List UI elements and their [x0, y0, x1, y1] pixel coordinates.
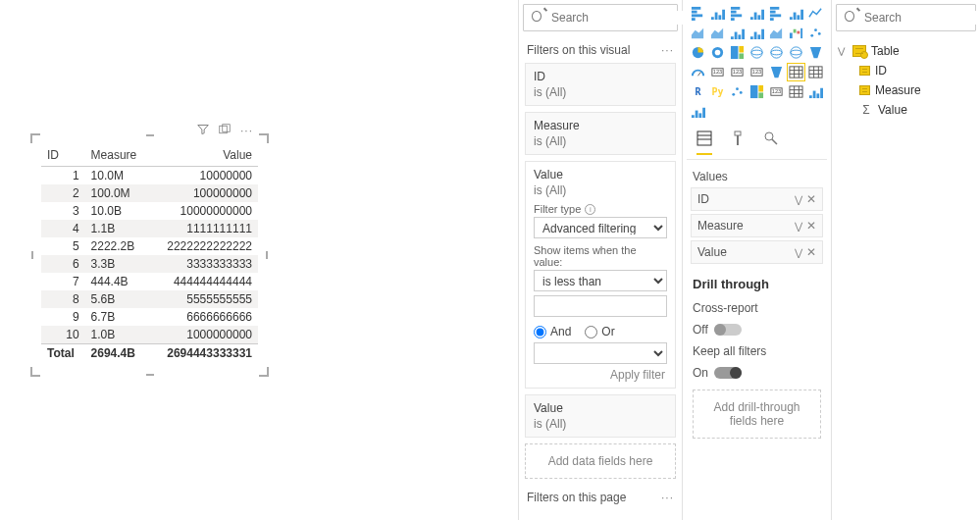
viz-donut[interactable] — [708, 43, 727, 62]
viz-shape-map[interactable] — [787, 43, 805, 62]
field-well-value[interactable]: Value⋁✕ — [691, 240, 823, 264]
filters-search-input[interactable] — [551, 11, 698, 25]
filters-section-more-icon[interactable]: ··· — [661, 43, 674, 57]
filter-card-value-expanded[interactable]: Value is (All) Filter typei Advanced fil… — [525, 161, 676, 389]
viz-line-clustered-column[interactable] — [748, 24, 766, 42]
svg-text:123: 123 — [713, 69, 722, 75]
focus-mode-icon[interactable] — [219, 124, 231, 138]
viz-clustered-column[interactable] — [748, 4, 766, 23]
table-row[interactable]: 63.3B3333333333 — [41, 255, 258, 273]
filter-type-select[interactable]: Advanced filtering — [534, 217, 667, 238]
field-id[interactable]: ID — [836, 61, 976, 80]
viz-stacked-column[interactable] — [708, 4, 727, 23]
viz-key-influencers[interactable] — [728, 82, 747, 101]
add-drill-fields-drop[interactable]: Add drill-through fields here — [693, 390, 821, 439]
svg-rect-35 — [761, 29, 764, 39]
svg-rect-88 — [809, 95, 812, 98]
viz-scatter[interactable] — [806, 24, 825, 42]
add-data-fields-drop[interactable]: Add data fields here — [525, 443, 676, 479]
filter-card-value-2[interactable]: Value is (All) — [525, 394, 676, 438]
viz-100-stacked-column[interactable] — [787, 4, 805, 23]
viz-import-visual[interactable] — [689, 102, 707, 121]
viz-kpi[interactable]: 123 — [748, 63, 766, 81]
svg-point-54 — [791, 47, 801, 58]
viz-line-stacked-column[interactable] — [728, 24, 747, 42]
fields-search[interactable] — [836, 4, 976, 31]
field-well-measure[interactable]: Measure⋁✕ — [691, 214, 823, 237]
report-canvas[interactable]: ··· ID Measure Value 110.0M100000002100.… — [0, 0, 510, 520]
table-row[interactable]: 101.0B1000000000 — [41, 326, 258, 344]
table-row[interactable]: 96.7B6666666666 — [41, 308, 258, 326]
viz-decomposition-tree[interactable] — [748, 82, 766, 101]
chevron-down-icon[interactable]: ⋁ — [795, 221, 802, 232]
filter-operator-select[interactable]: is less than — [534, 270, 667, 291]
viz-slicer[interactable] — [767, 63, 786, 81]
viz-pie[interactable] — [689, 43, 707, 62]
svg-rect-13 — [731, 18, 735, 21]
viz-waterfall[interactable] — [787, 24, 805, 42]
and-radio[interactable]: And — [534, 325, 571, 338]
viz-python-visual[interactable]: Py — [708, 82, 727, 101]
field-well-id[interactable]: ID⋁✕ — [691, 187, 823, 211]
svg-rect-92 — [692, 115, 695, 118]
or-radio[interactable]: Or — [585, 325, 614, 338]
filters-search[interactable] — [523, 4, 678, 31]
viz-clustered-bar[interactable] — [728, 4, 747, 23]
table-row[interactable]: 41.1B1111111111 — [41, 220, 258, 237]
viz-custom1[interactable] — [806, 82, 825, 101]
fields-search-input[interactable] — [864, 11, 980, 25]
viz-paginated[interactable] — [787, 82, 805, 101]
filter-card-measure[interactable]: Measure is (All) — [525, 112, 676, 155]
viz-multi-row-card[interactable]: 123 — [728, 63, 747, 81]
viz-table[interactable] — [787, 63, 805, 81]
chevron-down-icon[interactable]: ⋁ — [795, 247, 802, 258]
chevron-down-icon[interactable]: ⋁ — [795, 194, 802, 205]
analytics-tab-icon[interactable] — [763, 130, 779, 155]
viz-stacked-bar[interactable] — [689, 4, 707, 23]
col-header[interactable]: Measure — [85, 144, 150, 167]
viz-gauge[interactable] — [689, 63, 707, 81]
viz-card[interactable]: 123 — [708, 63, 727, 81]
table-visual-container[interactable]: ··· ID Measure Value 110.0M100000002100.… — [34, 137, 265, 373]
table-row[interactable]: 52222.2B2222222222222 — [41, 237, 258, 255]
filter-card-id[interactable]: ID is (All) — [525, 63, 676, 106]
table-row[interactable]: 310.0B10000000000 — [41, 202, 258, 220]
viz-ribbon[interactable] — [767, 24, 786, 42]
viz-map[interactable] — [748, 43, 766, 62]
viz-matrix[interactable] — [806, 63, 825, 81]
viz-funnel[interactable] — [806, 43, 825, 62]
info-icon[interactable]: i — [585, 204, 595, 215]
field-measure[interactable]: Measure — [836, 80, 976, 100]
more-options-icon[interactable]: ··· — [240, 124, 253, 138]
remove-field-icon[interactable]: ✕ — [806, 219, 816, 233]
table-row[interactable]: 110.0M10000000 — [41, 167, 258, 185]
viz-filled-map[interactable] — [767, 43, 786, 62]
col-header[interactable]: Value — [149, 144, 258, 167]
table-node[interactable]: ⋁ Table — [836, 41, 976, 61]
format-tab-icon[interactable] — [730, 130, 746, 155]
table-row[interactable]: 85.6B5555555555 — [41, 290, 258, 308]
col-header[interactable]: ID — [41, 144, 85, 167]
remove-field-icon[interactable]: ✕ — [806, 245, 816, 259]
filters-page-more-icon[interactable]: ··· — [661, 491, 674, 504]
cross-report-toggle[interactable]: Off — [687, 319, 748, 340]
field-value[interactable]: ΣValue — [836, 100, 976, 120]
filter-operator-select-2[interactable] — [534, 342, 667, 364]
table-row[interactable]: 2100.0M100000000 — [41, 184, 258, 202]
keep-filters-toggle[interactable]: On — [687, 362, 748, 384]
viz-stacked-area[interactable] — [708, 24, 727, 42]
filter-icon[interactable] — [197, 124, 209, 138]
viz-100-stacked-bar[interactable] — [767, 4, 786, 23]
svg-rect-80 — [758, 92, 763, 98]
apply-filter-link[interactable]: Apply filter — [534, 364, 667, 382]
filter-value-input-1[interactable] — [534, 295, 667, 317]
remove-field-icon[interactable]: ✕ — [806, 192, 816, 206]
fields-tab-icon[interactable] — [696, 130, 712, 155]
viz-r-visual[interactable]: R — [689, 82, 707, 101]
viz-line[interactable] — [806, 4, 825, 23]
viz-treemap[interactable] — [728, 43, 747, 62]
viz-area[interactable] — [689, 24, 707, 42]
table-row[interactable]: 7444.4B444444444444 — [41, 273, 258, 290]
svg-point-75 — [732, 93, 735, 96]
viz-qna[interactable]: 123 — [767, 82, 786, 101]
